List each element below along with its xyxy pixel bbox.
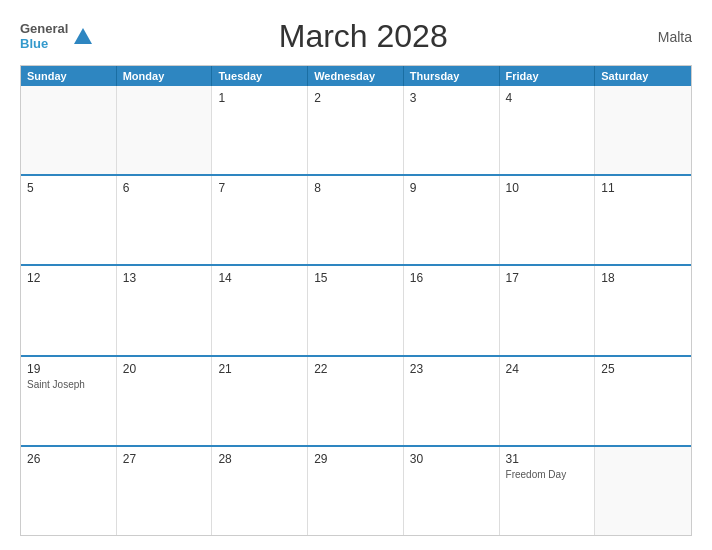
calendar-week: 262728293031Freedom Day	[21, 447, 691, 535]
calendar-cell: 24	[500, 357, 596, 445]
day-number: 5	[27, 181, 110, 195]
day-number: 4	[506, 91, 589, 105]
calendar-cell: 9	[404, 176, 500, 264]
calendar-cell: 14	[212, 266, 308, 354]
weekday-header: Sunday	[21, 66, 117, 86]
calendar-cell: 1	[212, 86, 308, 174]
calendar-cell: 19Saint Joseph	[21, 357, 117, 445]
weekday-header: Wednesday	[308, 66, 404, 86]
day-number: 30	[410, 452, 493, 466]
weekday-header: Tuesday	[212, 66, 308, 86]
calendar-cell: 23	[404, 357, 500, 445]
calendar-cell: 3	[404, 86, 500, 174]
day-number: 31	[506, 452, 589, 466]
calendar-cell: 11	[595, 176, 691, 264]
calendar-cell: 31Freedom Day	[500, 447, 596, 535]
calendar-cell: 8	[308, 176, 404, 264]
day-number: 25	[601, 362, 685, 376]
holiday-label: Saint Joseph	[27, 378, 110, 391]
day-number: 19	[27, 362, 110, 376]
calendar-cell: 15	[308, 266, 404, 354]
day-number: 11	[601, 181, 685, 195]
calendar-cell: 21	[212, 357, 308, 445]
day-number: 27	[123, 452, 206, 466]
calendar-cell	[21, 86, 117, 174]
weekday-header: Saturday	[595, 66, 691, 86]
calendar-cell: 18	[595, 266, 691, 354]
calendar-cell: 20	[117, 357, 213, 445]
calendar-cell	[595, 447, 691, 535]
country-label: Malta	[632, 29, 692, 45]
day-number: 3	[410, 91, 493, 105]
weekday-header: Thursday	[404, 66, 500, 86]
calendar-cell: 7	[212, 176, 308, 264]
calendar-body: 12345678910111213141516171819Saint Josep…	[21, 86, 691, 535]
day-number: 12	[27, 271, 110, 285]
day-number: 20	[123, 362, 206, 376]
day-number: 2	[314, 91, 397, 105]
calendar-cell: 25	[595, 357, 691, 445]
svg-marker-0	[74, 28, 92, 44]
calendar-cell: 2	[308, 86, 404, 174]
day-number: 28	[218, 452, 301, 466]
day-number: 8	[314, 181, 397, 195]
day-number: 15	[314, 271, 397, 285]
calendar-cell: 16	[404, 266, 500, 354]
day-number: 6	[123, 181, 206, 195]
day-number: 21	[218, 362, 301, 376]
calendar-cell: 17	[500, 266, 596, 354]
day-number: 9	[410, 181, 493, 195]
logo-blue: Blue	[20, 37, 68, 51]
day-number: 14	[218, 271, 301, 285]
calendar-cell: 28	[212, 447, 308, 535]
weekday-header: Monday	[117, 66, 213, 86]
calendar-cell: 29	[308, 447, 404, 535]
day-number: 17	[506, 271, 589, 285]
page-header: General Blue March 2028 Malta	[20, 18, 692, 55]
calendar-week: 12131415161718	[21, 266, 691, 356]
calendar-cell: 4	[500, 86, 596, 174]
calendar: SundayMondayTuesdayWednesdayThursdayFrid…	[20, 65, 692, 536]
calendar-cell: 5	[21, 176, 117, 264]
day-number: 22	[314, 362, 397, 376]
weekday-header: Friday	[500, 66, 596, 86]
calendar-cell: 13	[117, 266, 213, 354]
day-number: 18	[601, 271, 685, 285]
day-number: 29	[314, 452, 397, 466]
calendar-cell: 10	[500, 176, 596, 264]
day-number: 10	[506, 181, 589, 195]
calendar-cell	[117, 86, 213, 174]
page-title: March 2028	[94, 18, 632, 55]
calendar-week: 19Saint Joseph202122232425	[21, 357, 691, 447]
logo-text: General Blue	[20, 22, 68, 51]
day-number: 1	[218, 91, 301, 105]
calendar-week: 567891011	[21, 176, 691, 266]
calendar-cell: 12	[21, 266, 117, 354]
holiday-label: Freedom Day	[506, 468, 589, 481]
day-number: 16	[410, 271, 493, 285]
calendar-cell: 26	[21, 447, 117, 535]
calendar-week: 1234	[21, 86, 691, 176]
day-number: 26	[27, 452, 110, 466]
logo-general: General	[20, 22, 68, 36]
calendar-header: SundayMondayTuesdayWednesdayThursdayFrid…	[21, 66, 691, 86]
day-number: 13	[123, 271, 206, 285]
calendar-cell: 6	[117, 176, 213, 264]
day-number: 24	[506, 362, 589, 376]
logo: General Blue	[20, 22, 94, 51]
day-number: 7	[218, 181, 301, 195]
calendar-cell	[595, 86, 691, 174]
calendar-cell: 22	[308, 357, 404, 445]
calendar-page: General Blue March 2028 Malta SundayMond…	[0, 0, 712, 550]
calendar-cell: 30	[404, 447, 500, 535]
day-number: 23	[410, 362, 493, 376]
calendar-cell: 27	[117, 447, 213, 535]
logo-icon	[72, 26, 94, 48]
